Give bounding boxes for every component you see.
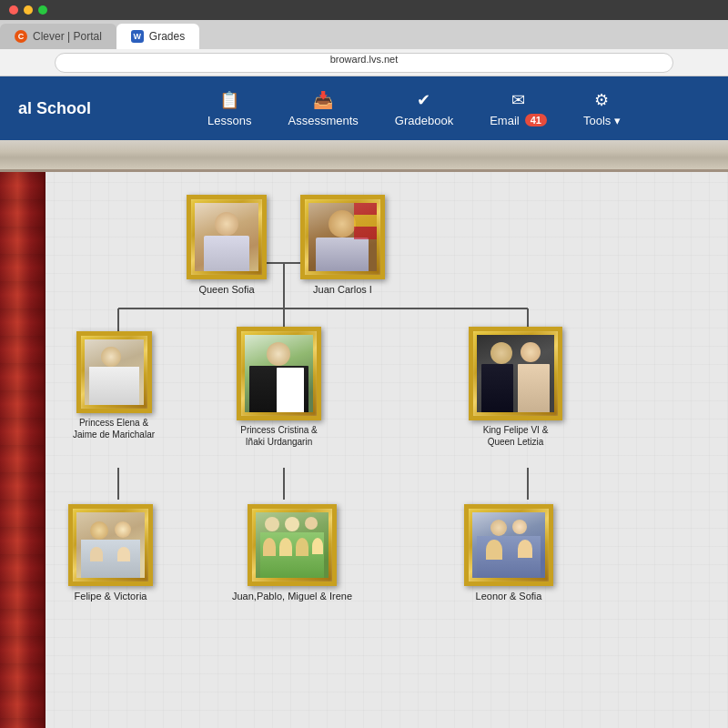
wall-molding — [0, 140, 728, 172]
elena-label: Princess Elena &Jaime de Marichalar — [73, 417, 155, 440]
person-elena[interactable]: Princess Elena &Jaime de Marichalar — [73, 331, 155, 440]
person-gen3-cristina[interactable]: Juan,Pablo, Miguel & Irene — [232, 504, 352, 602]
address-bar: broward.lvs.net — [0, 49, 728, 76]
email-label: Email 41 — [490, 114, 547, 127]
tab-clever[interactable]: C Clever | Portal — [0, 24, 116, 49]
portrait-frame-felipe-vi — [469, 327, 562, 420]
lessons-icon: 📋 — [219, 90, 239, 110]
tab-grades[interactable]: W Grades — [116, 24, 199, 49]
cristina-label: Princess Cristina &Iñaki Urdangarin — [240, 424, 317, 448]
nav-tools[interactable]: ⚙ Tools ▾ — [565, 83, 639, 135]
url-input[interactable]: broward.lvs.net — [55, 53, 673, 73]
portrait-elena — [85, 339, 144, 405]
juan-carlos-label: Juan Carlos I — [313, 283, 372, 296]
nav-lessons[interactable]: 📋 Lessons — [189, 83, 269, 135]
portrait-juan-carlos — [308, 203, 377, 271]
person-gen3-elena[interactable]: Felipe & Victoria — [68, 504, 153, 602]
nav-bar: al School 📋 Lessons 📥 Assessments ✔ Grad… — [0, 76, 728, 140]
portrait-frame-elena — [76, 331, 152, 413]
portrait-frame-cristina — [237, 327, 321, 420]
queen-sofia-label: Queen Sofia — [198, 283, 254, 296]
minimize-dot[interactable] — [24, 5, 33, 15]
assessments-icon: 📥 — [313, 90, 333, 110]
tab-grades-label: Grades — [149, 30, 185, 43]
portrait-frame-gen3-elena — [68, 504, 153, 586]
portrait-gen3-elena — [76, 512, 145, 578]
school-name: al School — [18, 99, 91, 118]
gen3-cristina-label: Juan,Pablo, Miguel & Irene — [232, 590, 352, 602]
gen3-elena-label: Felipe & Victoria — [75, 590, 147, 602]
person-cristina[interactable]: Princess Cristina &Iñaki Urdangarin — [237, 327, 321, 448]
email-badge-count: 41 — [525, 114, 547, 126]
person-gen3-felipe[interactable]: Leonor & Sofia — [464, 504, 553, 602]
nav-items: 📋 Lessons 📥 Assessments ✔ Gradebook ✉ Em… — [118, 83, 710, 135]
portrait-gen3-cristina — [256, 512, 329, 578]
portrait-cristina — [245, 335, 313, 412]
close-dot[interactable] — [9, 5, 18, 15]
portrait-felipe-vi — [477, 335, 554, 412]
family-tree: Queen Sofia Juan Carlos I — [55, 186, 719, 728]
gradebook-label: Gradebook — [395, 114, 453, 127]
email-icon: ✉ — [511, 90, 525, 110]
browser-chrome — [0, 0, 728, 20]
main-content: Queen Sofia Juan Carlos I — [0, 140, 728, 728]
tools-label: Tools ▾ — [583, 114, 621, 127]
grades-icon: W — [131, 30, 144, 43]
portrait-frame-gen3-cristina — [248, 504, 337, 586]
nav-email[interactable]: ✉ Email 41 — [471, 83, 565, 135]
nav-gradebook[interactable]: ✔ Gradebook — [377, 83, 471, 135]
assessments-label: Assessments — [288, 114, 359, 127]
felipe-vi-label: King Felipe VI &Queen Letizia — [483, 424, 549, 448]
person-felipe-vi[interactable]: King Felipe VI &Queen Letizia — [469, 327, 562, 448]
gen3-felipe-label: Leonor & Sofia — [476, 590, 542, 602]
tab-bar: C Clever | Portal W Grades — [0, 20, 728, 49]
connector-lines — [55, 186, 719, 728]
portrait-queen-sofia — [195, 203, 258, 271]
curtain-left — [0, 172, 46, 728]
portrait-frame-gen3-felipe — [464, 504, 553, 586]
portrait-gen3-felipe — [472, 512, 545, 578]
tools-icon: ⚙ — [594, 90, 609, 110]
maximize-dot[interactable] — [38, 5, 47, 15]
tab-clever-label: Clever | Portal — [33, 30, 102, 43]
clever-icon: C — [15, 30, 27, 43]
gradebook-icon: ✔ — [417, 90, 430, 110]
portrait-frame-juan-carlos — [300, 195, 385, 279]
nav-assessments[interactable]: 📥 Assessments — [270, 83, 377, 135]
portrait-frame-queen-sofia — [187, 195, 267, 279]
person-queen-sofia[interactable]: Queen Sofia — [187, 195, 267, 296]
person-juan-carlos[interactable]: Juan Carlos I — [300, 195, 385, 296]
lessons-label: Lessons — [207, 114, 251, 127]
